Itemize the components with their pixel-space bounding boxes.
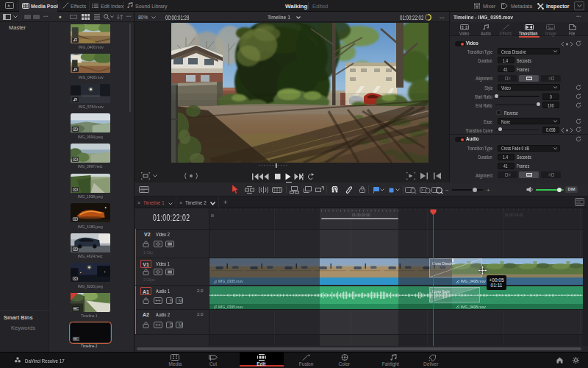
svg-text:S: S	[170, 298, 173, 303]
svg-text:M: M	[179, 298, 182, 303]
svg-text:S: S	[170, 322, 173, 328]
svg-text:M: M	[179, 322, 182, 328]
